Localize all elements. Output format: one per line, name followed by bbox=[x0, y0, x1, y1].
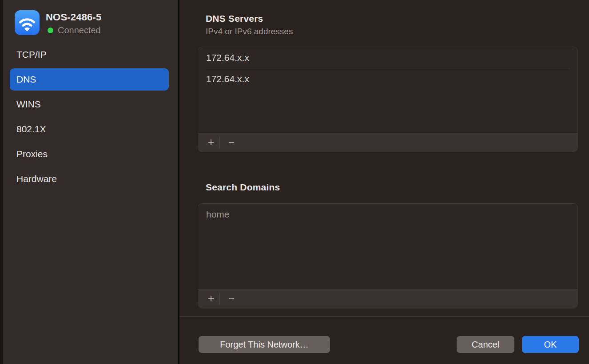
sidebar-item-8021x[interactable]: 802.1X bbox=[10, 118, 169, 140]
search-domain-entry[interactable]: home bbox=[198, 204, 577, 225]
add-search-domain-button[interactable]: + bbox=[203, 289, 219, 309]
search-domains-title: Search Domains bbox=[206, 182, 280, 193]
dns-server-entry[interactable]: 172.64.x.x bbox=[198, 68, 577, 89]
cancel-button[interactable]: Cancel bbox=[457, 336, 514, 353]
toolbar-separator bbox=[219, 293, 220, 305]
status-label: Connected bbox=[58, 25, 101, 36]
dns-server-entry[interactable]: 172.64.x.x bbox=[198, 47, 577, 68]
ok-button[interactable]: OK bbox=[522, 336, 579, 353]
dns-servers-list-toolbar: + − bbox=[198, 132, 577, 152]
remove-dns-server-button[interactable]: − bbox=[221, 133, 242, 152]
dns-servers-subtitle: IPv4 or IPv6 addresses bbox=[206, 27, 293, 36]
sidebar-item-dns[interactable]: DNS bbox=[10, 68, 169, 91]
sidebar-item-tcpip[interactable]: TCP/IP bbox=[10, 44, 169, 66]
search-domains-list-toolbar: + − bbox=[198, 289, 577, 308]
sidebar-item-proxies[interactable]: Proxies bbox=[10, 143, 169, 165]
sidebar-item-hardware[interactable]: Hardware bbox=[10, 168, 169, 190]
dns-servers-list: 172.64.x.x 172.64.x.x + − bbox=[198, 47, 578, 152]
sidebar-item-wins[interactable]: WINS bbox=[10, 93, 169, 115]
wifi-icon bbox=[15, 10, 40, 35]
dns-servers-title: DNS Servers bbox=[206, 13, 263, 24]
toolbar-separator bbox=[219, 137, 220, 148]
network-details-sidebar: NOS-2486-5 Connected TCP/IP DNS WINS 802… bbox=[3, 0, 178, 364]
search-domains-list: home + − bbox=[198, 203, 578, 309]
connection-status: Connected bbox=[48, 25, 101, 36]
add-dns-server-button[interactable]: + bbox=[203, 133, 219, 152]
forget-network-button[interactable]: Forget This Network… bbox=[199, 336, 330, 353]
footer-divider bbox=[179, 316, 589, 317]
status-dot-icon bbox=[48, 28, 53, 33]
dns-settings-panel: DNS Servers IPv4 or IPv6 addresses 172.6… bbox=[179, 0, 589, 364]
remove-search-domain-button[interactable]: − bbox=[221, 289, 242, 309]
network-name: NOS-2486-5 bbox=[46, 12, 102, 23]
